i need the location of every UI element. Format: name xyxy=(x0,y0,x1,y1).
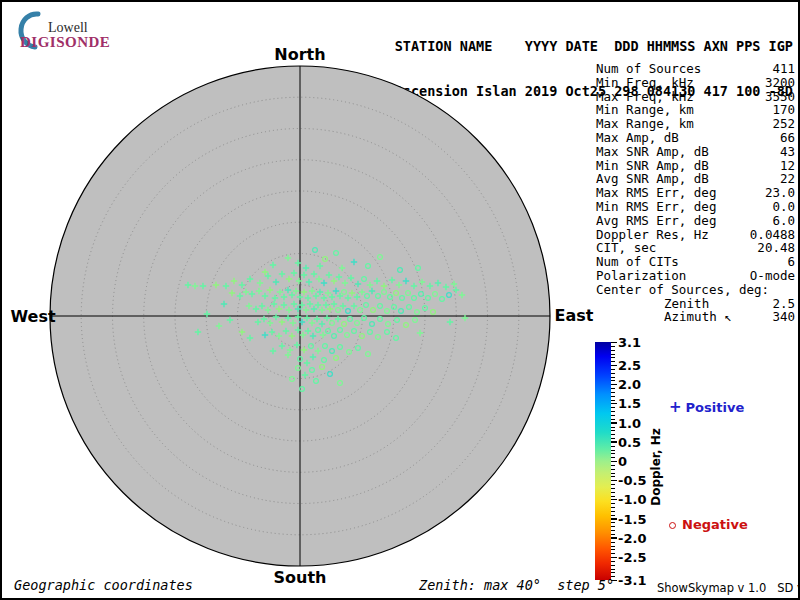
stat-value: 22 xyxy=(780,172,795,186)
stat-row: Avg RMS Err, deg6.0 xyxy=(596,214,795,228)
stat-label: Min SNR Amp, dB xyxy=(596,159,709,173)
stat-label: Doppler Res, Hz xyxy=(596,228,709,242)
colorbar-minor-tick xyxy=(611,522,615,523)
stat-row: Center of Sources, deg: xyxy=(596,283,795,297)
stat-row: Max Freq, kHz3550 xyxy=(596,90,795,104)
colorbar-minor-tick xyxy=(611,507,615,508)
colorbar-tick-label: -2.5 xyxy=(618,550,646,565)
compass-north-label: North xyxy=(274,45,325,64)
colorbar-tick-label: 2.0 xyxy=(618,377,641,392)
colorbar-minor-tick xyxy=(611,569,615,570)
stat-row: Azimuth ↖340 xyxy=(596,310,795,324)
measurement-stats-panel: Num of Sources411Min Freq, kHz3200Max Fr… xyxy=(596,62,795,324)
colorbar-minor-tick xyxy=(611,434,615,435)
stat-label: Max Range, km xyxy=(596,117,694,131)
stat-value: 20.48 xyxy=(757,241,795,255)
stat-label: Min RMS Err, deg xyxy=(596,200,716,214)
colorbar-minor-tick xyxy=(611,373,615,374)
compass-west-label: West xyxy=(10,307,55,326)
colorbar-minor-tick xyxy=(611,453,615,454)
colorbar-minor-tick xyxy=(611,469,615,470)
colorbar-minor-tick xyxy=(611,553,615,554)
stat-row: Max SNR Amp, dB43 xyxy=(596,145,795,159)
colorbar-minor-tick xyxy=(611,419,615,420)
colorbar-minor-tick xyxy=(611,400,615,401)
stat-value: 6.0 xyxy=(772,214,795,228)
stat-value: 23.0 xyxy=(765,186,795,200)
stat-row: Min Range, km170 xyxy=(596,103,795,117)
colorbar-major-tick xyxy=(611,403,617,405)
stat-label: Avg RMS Err, deg xyxy=(596,214,716,228)
stat-label: Num of CITs xyxy=(596,255,679,269)
compass-south-label: South xyxy=(274,568,327,587)
colorbar-minor-tick xyxy=(611,380,615,381)
colorbar-tick-label: 1.5 xyxy=(618,396,641,411)
colorbar-tick-label: -0.5 xyxy=(618,473,646,488)
colorbar-tick-label: -2.0 xyxy=(618,530,646,545)
stat-value: 43 xyxy=(780,145,795,159)
colorbar-major-tick xyxy=(611,557,617,559)
colorbar-major-tick xyxy=(611,342,617,344)
colorbar-minor-tick xyxy=(611,526,615,527)
colorbar-minor-tick xyxy=(611,350,615,351)
colorbar-tick-label: 0 xyxy=(618,454,627,469)
colorbar-minor-tick xyxy=(611,357,615,358)
colorbar-tick-label: 2.5 xyxy=(618,358,641,373)
colorbar-minor-tick xyxy=(611,473,615,474)
stat-value: 3200 xyxy=(765,76,795,90)
stat-row: Avg SNR Amp, dB22 xyxy=(596,172,795,186)
colorbar-tick-label: 0.5 xyxy=(618,434,641,449)
stat-value: 0.0488 xyxy=(750,228,795,242)
colorbar-tick-label: -1.5 xyxy=(618,511,646,526)
colorbar-minor-tick xyxy=(611,561,615,562)
colorbar-minor-tick xyxy=(611,465,615,466)
stat-row: Num of CITs6 xyxy=(596,255,795,269)
stat-row: Min RMS Err, deg0.0 xyxy=(596,200,795,214)
stat-row: CIT, sec20.48 xyxy=(596,241,795,255)
colorbar-minor-tick xyxy=(611,511,615,512)
stat-label: Min Freq, kHz xyxy=(596,76,694,90)
colorbar-minor-tick xyxy=(611,354,615,355)
stat-row: Max RMS Err, deg23.0 xyxy=(596,186,795,200)
colorbar-minor-tick xyxy=(611,396,615,397)
colorbar-minor-tick xyxy=(611,534,615,535)
colorbar-major-tick xyxy=(611,480,617,482)
stat-label: Azimuth ↖ xyxy=(664,310,732,324)
colorbar-major-tick xyxy=(611,537,617,539)
colorbar-major-tick xyxy=(611,499,617,501)
stat-label: Max Freq, kHz xyxy=(596,90,694,104)
legend-positive: +Positive xyxy=(669,398,744,416)
stat-row: Zenith2.5 xyxy=(596,297,795,311)
stat-row: Max Amp, dB66 xyxy=(596,131,795,145)
colorbar-tick-label: 1.0 xyxy=(618,415,641,430)
stat-label: Max Amp, dB xyxy=(596,131,679,145)
colorbar-minor-tick xyxy=(611,369,615,370)
stat-label: Polarization xyxy=(596,269,686,283)
colorbar-minor-tick xyxy=(611,407,615,408)
stat-value: O-mode xyxy=(750,269,795,283)
stat-label: Max SNR Amp, dB xyxy=(596,145,709,159)
stat-row: Min SNR Amp, dB12 xyxy=(596,159,795,173)
stat-row: PolarizationO-mode xyxy=(596,269,795,283)
colorbar-major-tick xyxy=(611,365,617,367)
colorbar-minor-tick xyxy=(611,392,615,393)
plus-marker-icon: + xyxy=(669,398,682,416)
stat-value: 340 xyxy=(772,310,795,324)
colorbar-minor-tick xyxy=(611,515,615,516)
colorbar-minor-tick xyxy=(611,530,615,531)
colorbar-minor-tick xyxy=(611,565,615,566)
legend-negative: Negative xyxy=(669,517,748,532)
colorbar-tick-label: 3.1 xyxy=(618,335,641,350)
colorbar-minor-tick xyxy=(611,488,615,489)
stat-value: 170 xyxy=(772,103,795,117)
showskymap-window: Lowell DIGISONDE STATION NAME YYYY DATE … xyxy=(0,0,800,600)
colorbar-minor-tick xyxy=(611,492,615,493)
colorbar-minor-tick xyxy=(611,476,615,477)
stat-value: 252 xyxy=(772,117,795,131)
colorbar-major-tick xyxy=(611,518,617,520)
colorbar-minor-tick xyxy=(611,411,615,412)
colorbar-minor-tick xyxy=(611,457,615,458)
colorbar-major-tick xyxy=(611,384,617,386)
stat-label: Avg SNR Amp, dB xyxy=(596,172,709,186)
program-version-label: ShowSkymap v 1.0 SD v 5.1 xyxy=(657,581,800,595)
